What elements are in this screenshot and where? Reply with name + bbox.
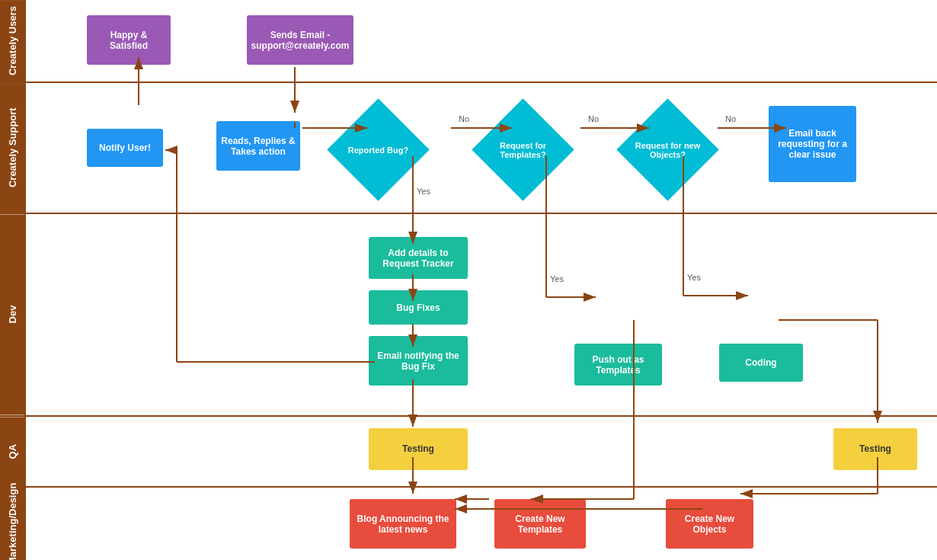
node-bug-fixes: Bug Fixes <box>369 290 468 325</box>
node-request-objects-label: Request for new Objects? <box>632 114 704 186</box>
node-add-details: Add details to Request Tracker <box>369 237 468 279</box>
lane-label-marketing: Marketing/Design <box>0 488 24 560</box>
lane-creately-users: Creately Users Happy & Satisfied Sends E… <box>0 0 937 83</box>
lane-marketing: Marketing/Design Blog Announcing the lat… <box>0 488 937 560</box>
lane-label-creately-support: Creately Support <box>0 83 24 213</box>
node-reads-replies: Reads, Replies & Takes action <box>216 121 300 171</box>
node-happy-satisfied: Happy & Satisfied <box>87 15 171 65</box>
lane-content-creately-users: Happy & Satisfied Sends Email - support@… <box>24 0 937 82</box>
node-create-templates: Create New Templates <box>494 499 586 549</box>
node-blog-announcing: Blog Announcing the latest news <box>350 499 456 549</box>
node-testing-2: Testing <box>833 428 917 470</box>
lane-label-creately-users: Creately Users <box>0 0 24 82</box>
lane-content-creately-support: Notify User! Reads, Replies & Takes acti… <box>24 83 937 213</box>
lane-label-dev: Dev <box>0 214 24 414</box>
diagram-container: Yes No No No Yes Yes <box>0 0 937 560</box>
node-email-back: Email back requesting for a clear issue <box>769 106 856 182</box>
node-notify-user: Notify User! <box>87 129 163 167</box>
lane-qa: QA Testing Testing <box>0 417 937 488</box>
node-request-templates-label: Request for Templates? <box>487 114 559 186</box>
node-push-templates: Push out as Templates <box>574 344 662 386</box>
node-sends-email: Sends Email - support@creately.com <box>247 15 353 65</box>
node-create-objects: Create New Objects <box>666 499 753 549</box>
node-coding: Coding <box>719 344 803 382</box>
lane-dev: Dev Add details to Request Tracker Bug F… <box>0 214 937 416</box>
lane-content-qa: Testing Testing <box>24 417 937 486</box>
node-email-notifying: Email notifying the Bug Fix <box>369 336 468 386</box>
lane-label-qa: QA <box>0 417 24 486</box>
lane-creately-support: Creately Support Notify User! Reads, Rep… <box>0 83 937 214</box>
lane-content-marketing: Blog Announcing the latest news Create N… <box>24 488 937 560</box>
node-reported-bug-label: Reported Bug? <box>342 114 414 186</box>
node-testing-1: Testing <box>369 428 468 470</box>
swim-lanes: Creately Users Happy & Satisfied Sends E… <box>0 0 937 560</box>
lane-content-dev: Add details to Request Tracker Bug Fixes… <box>24 214 937 414</box>
